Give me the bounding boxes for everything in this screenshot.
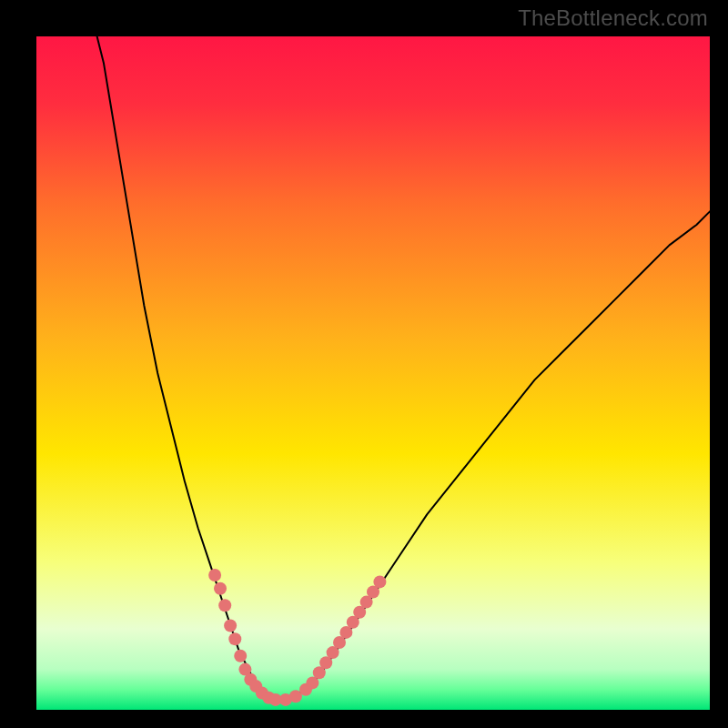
highlight-point: [214, 582, 227, 595]
highlight-point: [228, 632, 241, 645]
highlight-point: [373, 575, 386, 588]
plot-area: [36, 36, 710, 710]
highlight-point: [208, 569, 221, 581]
highlight-point: [234, 650, 247, 662]
chart-svg: [36, 36, 710, 710]
chart-frame: TheBottleneck.com: [0, 0, 728, 728]
gradient-background: [36, 36, 710, 710]
highlight-point: [224, 620, 237, 632]
highlight-point: [218, 599, 231, 612]
watermark-text: TheBottleneck.com: [518, 5, 708, 31]
